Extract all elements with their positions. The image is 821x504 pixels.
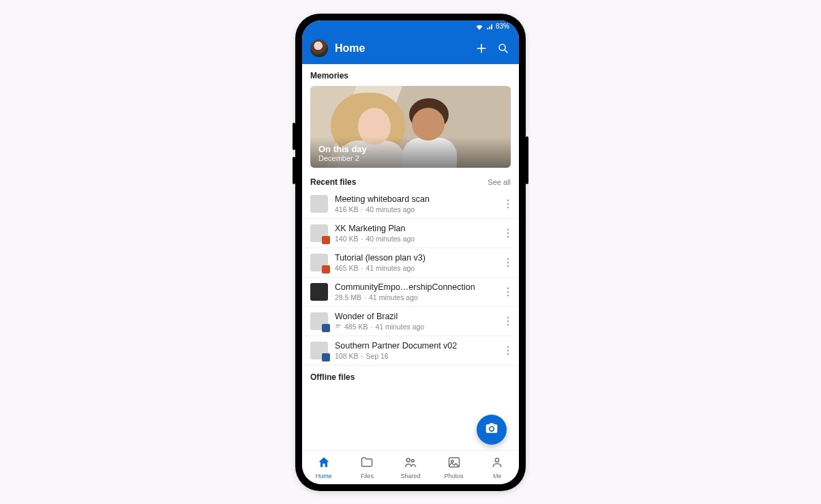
svg-point-18	[507, 346, 509, 347]
file-thumbnail	[310, 342, 328, 359]
file-size: 108 KB	[335, 352, 358, 360]
file-row[interactable]: Tutorial (lesson plan v3)465 KB·41 minut…	[302, 248, 519, 278]
file-row[interactable]: Southern Partner Document v02108 KB·Sep …	[302, 336, 519, 366]
more-button[interactable]	[501, 228, 515, 238]
nav-label: Photos	[445, 473, 464, 479]
content-scroll[interactable]: Memories On this day December 2 Recent f…	[302, 64, 519, 450]
svg-point-17	[507, 324, 509, 325]
file-name: Tutorial (lesson plan v3)	[335, 253, 494, 263]
nav-me[interactable]: Me	[475, 451, 519, 484]
svg-point-10	[507, 287, 509, 288]
file-thumbnail	[310, 224, 328, 242]
nav-label: Shared	[400, 473, 420, 479]
file-meta: 140 KB·40 minutes ago	[335, 235, 494, 243]
file-size: 140 KB	[335, 235, 358, 243]
app-bar: Home	[302, 33, 519, 64]
nav-shared[interactable]: Shared	[389, 451, 432, 484]
photos-icon	[447, 456, 461, 472]
file-size: 29.5 MB	[335, 293, 361, 301]
more-button[interactable]	[501, 287, 515, 297]
phone-frame: 83% Home Memories On this d	[295, 14, 526, 491]
svg-point-12	[507, 295, 509, 296]
bottom-nav: Home Files Shared Photos Me	[302, 450, 519, 484]
file-name: CommunityEmpo…ershipConnection	[335, 282, 494, 292]
svg-point-1	[507, 199, 509, 201]
file-main: CommunityEmpo…ershipConnection29.5 MB·41…	[335, 282, 494, 301]
svg-point-7	[507, 258, 509, 259]
file-meta: 416 KB·40 minutes ago	[335, 205, 494, 213]
nav-home[interactable]: Home	[302, 451, 346, 484]
status-bar: 83%	[302, 20, 519, 33]
file-thumbnail	[310, 312, 328, 330]
svg-point-5	[507, 232, 509, 233]
svg-point-16	[507, 320, 509, 321]
nav-label: Me	[493, 473, 502, 479]
svg-point-21	[406, 458, 410, 462]
file-row[interactable]: Meeting whiteboard scan416 KB·40 minutes…	[302, 190, 519, 219]
svg-point-19	[507, 349, 509, 351]
memories-card[interactable]: On this day December 2	[310, 86, 511, 168]
svg-point-8	[507, 261, 509, 263]
battery-text: 83%	[496, 23, 509, 30]
nav-label: Home	[316, 473, 332, 479]
svg-point-4	[507, 228, 509, 230]
file-meta: 108 KB·Sep 16	[335, 352, 494, 360]
camera-fab[interactable]	[477, 415, 507, 445]
file-thumbnail	[310, 254, 328, 271]
phone-button-volume-up	[293, 123, 295, 150]
file-size: 485 KB	[344, 323, 368, 331]
person-icon	[490, 456, 504, 472]
file-time: 41 minutes ago	[375, 323, 424, 331]
memories-label: Memories	[302, 64, 519, 86]
file-name: XK Marketing Plan	[335, 224, 494, 233]
svg-point-2	[507, 203, 509, 204]
file-row[interactable]: XK Marketing Plan140 KB·40 minutes ago	[302, 219, 519, 248]
file-main: Wonder of Brazil485 KB·41 minutes ago	[335, 312, 494, 331]
recent-file-list: Meeting whiteboard scan416 KB·40 minutes…	[302, 190, 519, 366]
file-thumbnail	[310, 283, 328, 301]
recent-label: Recent files	[310, 177, 356, 187]
folder-icon	[360, 456, 374, 472]
more-button[interactable]	[501, 346, 515, 355]
file-size: 416 KB	[335, 205, 358, 213]
file-row[interactable]: CommunityEmpo…ershipConnection29.5 MB·41…	[302, 278, 519, 307]
svg-point-13	[336, 324, 338, 326]
nav-files[interactable]: Files	[346, 451, 389, 484]
svg-point-24	[451, 460, 453, 462]
file-main: Southern Partner Document v02108 KB·Sep …	[335, 341, 494, 360]
see-all-link[interactable]: See all	[488, 178, 511, 186]
file-name: Wonder of Brazil	[335, 312, 494, 321]
nav-label: Files	[361, 473, 374, 479]
more-button[interactable]	[501, 258, 515, 267]
avatar[interactable]	[310, 40, 328, 57]
file-time: 41 minutes ago	[369, 293, 418, 301]
svg-point-3	[507, 207, 509, 208]
signal-icon	[486, 23, 493, 30]
camera-icon	[485, 421, 498, 438]
file-time: 40 minutes ago	[365, 235, 415, 243]
phone-button-power	[526, 136, 528, 184]
home-icon	[317, 456, 331, 472]
file-main: XK Marketing Plan140 KB·40 minutes ago	[335, 224, 494, 243]
shared-icon	[335, 323, 342, 331]
svg-point-9	[507, 265, 509, 267]
file-name: Meeting whiteboard scan	[335, 194, 494, 204]
svg-point-14	[339, 324, 340, 325]
search-button[interactable]	[496, 41, 511, 56]
file-row[interactable]: Wonder of Brazil485 KB·41 minutes ago	[302, 307, 519, 336]
nav-photos[interactable]: Photos	[432, 451, 476, 484]
file-time: Sep 16	[365, 352, 388, 360]
memories-date: December 2	[318, 154, 503, 162]
more-button[interactable]	[501, 199, 515, 209]
svg-point-20	[507, 353, 509, 355]
more-button[interactable]	[501, 316, 515, 326]
svg-point-15	[507, 316, 509, 318]
file-meta: 29.5 MB·41 minutes ago	[335, 293, 494, 301]
shared-icon	[404, 456, 417, 472]
add-button[interactable]	[474, 41, 489, 56]
svg-point-6	[507, 236, 509, 237]
file-time: 41 minutes ago	[365, 264, 415, 272]
file-main: Tutorial (lesson plan v3)465 KB·41 minut…	[335, 253, 494, 272]
wifi-icon	[475, 23, 483, 30]
recent-header: Recent files See all	[302, 172, 519, 190]
